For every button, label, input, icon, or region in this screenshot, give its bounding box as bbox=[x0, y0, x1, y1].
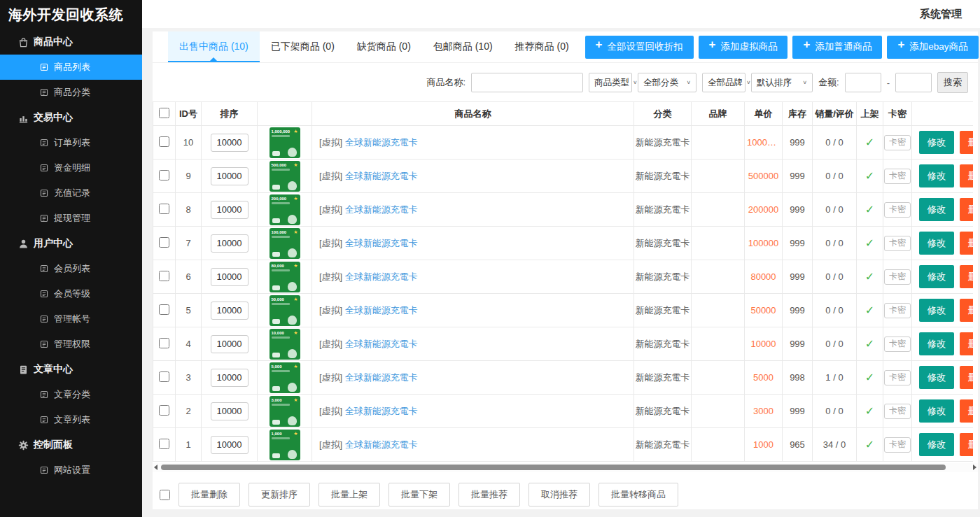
edit-button[interactable]: 修改 bbox=[919, 131, 954, 154]
delete-button[interactable]: 删除 bbox=[960, 232, 973, 255]
scrollbar-thumb[interactable] bbox=[161, 465, 946, 470]
amount-min-input[interactable] bbox=[845, 73, 881, 92]
delete-button[interactable]: 删除 bbox=[960, 399, 973, 423]
sidebar-item[interactable]: 提现管理 bbox=[0, 206, 142, 231]
sidebar-item[interactable]: 订单列表 bbox=[0, 130, 142, 155]
batch-button[interactable]: 更新排序 bbox=[248, 483, 310, 507]
sort-input[interactable] bbox=[211, 369, 248, 387]
sidebar-item[interactable]: 资金明细 bbox=[0, 155, 142, 180]
edit-button[interactable]: 修改 bbox=[919, 332, 954, 355]
delete-button[interactable]: 删除 bbox=[960, 265, 973, 288]
sidebar-item[interactable]: 商品分类 bbox=[0, 80, 142, 105]
product-link[interactable]: 全球新能源充電卡 bbox=[345, 171, 418, 181]
delete-button[interactable]: 删除 bbox=[960, 198, 973, 221]
row-checkbox[interactable] bbox=[159, 304, 169, 315]
product-image[interactable]: 80,000 ★ bbox=[270, 262, 300, 292]
delete-button[interactable]: 删除 bbox=[960, 131, 973, 154]
sidebar-item[interactable]: 管理帐号 bbox=[0, 306, 142, 332]
edit-button[interactable]: 修改 bbox=[919, 399, 954, 423]
scroll-left-arrow-icon[interactable] bbox=[154, 465, 158, 470]
sort-input[interactable] bbox=[211, 436, 248, 454]
scroll-right-arrow-icon[interactable] bbox=[973, 465, 976, 470]
tab[interactable]: 包邮商品 (10) bbox=[422, 31, 504, 62]
row-checkbox[interactable] bbox=[159, 439, 169, 449]
edit-button[interactable]: 修改 bbox=[919, 366, 954, 389]
delete-button[interactable]: 删除 bbox=[960, 433, 973, 456]
action-button[interactable]: +添加普通商品 bbox=[792, 36, 882, 59]
select-all-checkbox[interactable] bbox=[159, 108, 169, 118]
product-link[interactable]: 全球新能源充電卡 bbox=[345, 372, 418, 383]
product-image[interactable]: 50,000 ★ bbox=[270, 295, 300, 326]
sort-input[interactable] bbox=[211, 201, 248, 219]
edit-button[interactable]: 修改 bbox=[919, 433, 954, 456]
edit-button[interactable]: 修改 bbox=[919, 232, 954, 255]
sidebar-item[interactable]: 商品列表 bbox=[0, 55, 142, 80]
delete-button[interactable]: 删除 bbox=[960, 332, 973, 355]
sidebar-item[interactable]: 文章列表 bbox=[0, 407, 142, 432]
row-checkbox[interactable] bbox=[159, 170, 169, 180]
sort-input[interactable] bbox=[211, 268, 248, 286]
card-secret-button[interactable]: 卡密 bbox=[884, 135, 911, 150]
product-link[interactable]: 全球新能源充電卡 bbox=[345, 439, 418, 450]
delete-button[interactable]: 删除 bbox=[960, 164, 973, 187]
edit-button[interactable]: 修改 bbox=[919, 299, 954, 322]
row-checkbox[interactable] bbox=[159, 204, 169, 214]
row-checkbox[interactable] bbox=[159, 237, 169, 248]
row-checkbox[interactable] bbox=[159, 136, 169, 147]
product-image[interactable]: 3,000 ★ bbox=[270, 396, 300, 427]
card-secret-button[interactable]: 卡密 bbox=[884, 370, 911, 385]
sidebar-section[interactable]: 文章中心 bbox=[0, 357, 142, 382]
batch-button[interactable]: 批量删除 bbox=[178, 483, 240, 507]
card-secret-button[interactable]: 卡密 bbox=[884, 202, 911, 218]
batch-button[interactable]: 批量转移商品 bbox=[598, 483, 678, 507]
card-secret-button[interactable]: 卡密 bbox=[884, 236, 911, 251]
edit-button[interactable]: 修改 bbox=[919, 164, 954, 187]
sidebar-item[interactable]: 会员列表 bbox=[0, 256, 142, 281]
card-secret-button[interactable]: 卡密 bbox=[884, 269, 911, 285]
row-checkbox[interactable] bbox=[159, 271, 169, 281]
sort-input[interactable] bbox=[211, 335, 248, 353]
card-secret-button[interactable]: 卡密 bbox=[884, 169, 911, 184]
tab[interactable]: 已下架商品 (0) bbox=[260, 31, 346, 62]
row-checkbox[interactable] bbox=[159, 371, 169, 382]
row-checkbox[interactable] bbox=[159, 405, 169, 416]
sidebar-item[interactable]: 会员等级 bbox=[0, 281, 142, 306]
product-link[interactable]: 全球新能源充電卡 bbox=[345, 204, 418, 215]
row-checkbox[interactable] bbox=[159, 338, 169, 348]
sidebar-item[interactable]: 充值记录 bbox=[0, 180, 142, 206]
sort-input[interactable] bbox=[211, 234, 248, 253]
edit-button[interactable]: 修改 bbox=[919, 198, 954, 221]
product-link[interactable]: 全球新能源充電卡 bbox=[345, 137, 418, 148]
card-secret-button[interactable]: 卡密 bbox=[884, 337, 911, 352]
product-link[interactable]: 全球新能源充電卡 bbox=[345, 238, 418, 248]
sort-input[interactable] bbox=[211, 167, 248, 185]
product-image[interactable]: 100,000 ★ bbox=[270, 228, 300, 259]
product-image[interactable]: 10,000 ★ bbox=[270, 329, 300, 360]
search-button[interactable]: 搜索 bbox=[937, 72, 968, 93]
edit-button[interactable]: 修改 bbox=[919, 265, 954, 288]
card-secret-button[interactable]: 卡密 bbox=[884, 303, 911, 318]
category-select[interactable]: 全部分类 ∨ bbox=[638, 73, 696, 92]
sidebar-section[interactable]: 商品中心 bbox=[0, 29, 142, 55]
product-image[interactable]: 5,000 ★ bbox=[270, 362, 300, 393]
sidebar-section[interactable]: 交易中心 bbox=[0, 105, 142, 130]
action-button[interactable]: +添加ebay商品 bbox=[887, 36, 978, 59]
product-link[interactable]: 全球新能源充電卡 bbox=[345, 406, 418, 416]
tab[interactable]: 缺货商品 (0) bbox=[346, 31, 422, 62]
card-secret-button[interactable]: 卡密 bbox=[884, 437, 911, 453]
sidebar-section[interactable]: 用户中心 bbox=[0, 231, 142, 256]
system-management-menu[interactable]: 系统管理 bbox=[920, 8, 962, 21]
batch-button[interactable]: 批量下架 bbox=[388, 483, 450, 507]
product-image[interactable]: 1,000 ★ bbox=[270, 430, 300, 460]
action-button[interactable]: +全部设置回收折扣 bbox=[585, 36, 694, 59]
delete-button[interactable]: 删除 bbox=[960, 299, 973, 322]
delete-button[interactable]: 删除 bbox=[960, 366, 973, 389]
tab[interactable]: 推荐商品 (0) bbox=[504, 31, 580, 62]
product-image[interactable]: 500,000 ★ bbox=[270, 161, 300, 192]
product-name-input[interactable] bbox=[471, 73, 583, 92]
batch-button[interactable]: 批量上架 bbox=[318, 483, 380, 507]
product-type-select[interactable]: 商品类型 ∨ bbox=[589, 73, 632, 92]
brand-select[interactable]: 全部品牌 ∨ bbox=[702, 73, 746, 92]
sidebar-item[interactable]: 文章分类 bbox=[0, 382, 142, 407]
sort-input[interactable] bbox=[211, 402, 248, 420]
